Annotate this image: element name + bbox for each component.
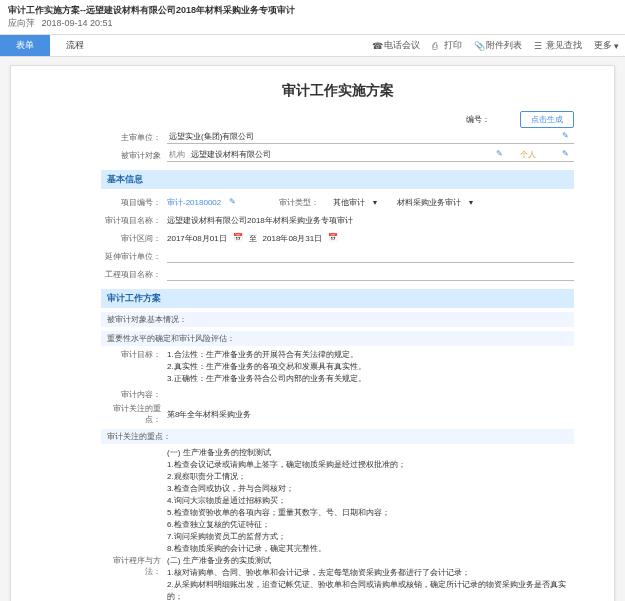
subcat-value: 材料采购业务审计 [397,197,461,208]
edit-icon[interactable]: ✎ [496,149,506,159]
user-name: 应向萍 [8,18,35,28]
neirong-label: 审计内容： [101,389,167,400]
cat-value: 其他审计 [333,197,365,208]
phone-icon: ☎ [372,41,382,51]
tool-opinion[interactable]: ☰意见查找 [528,35,588,56]
mubiao-text: 1.合法性：生产准备业务的开展符合有关法律的规定。 2.真实性：生产准备业务的各… [167,349,574,385]
timestamp: 2018-09-14 20:51 [42,18,113,28]
edit-icon[interactable]: ✎ [562,149,572,159]
doc-heading: 审计工作实施方案--远望建设材料有限公司2018年材料采购业务专项审计 [8,5,295,15]
projname-value: 远望建设材料有限公司2018年材料采购业务专项审计 [167,215,574,226]
tool-print[interactable]: ⎙打印 [426,35,468,56]
yanshen-input[interactable] [167,249,574,263]
zhushen-label: 主审单位： [101,132,167,143]
chevron-down-icon[interactable]: ▾ [469,198,473,207]
method-label: 审计程序与方法： [101,555,167,577]
title-bar: 审计工作实施方案--远望建设材料有限公司2018年材料采购业务专项审计 应向萍 … [0,0,625,35]
tool-attach[interactable]: 📎附件列表 [468,35,528,56]
tab-bar: 表单 流程 ☎电话会议 ⎙打印 📎附件列表 ☰意见查找 更多▾ [0,35,625,57]
method-text: (二) 生产准备业务的实质测试 1.核对请购单、合同、验收单和会计记录，去定每笔… [167,555,574,601]
person-icon[interactable]: 个人 [520,149,536,160]
edit-icon[interactable]: ✎ [562,131,572,141]
edit-icon[interactable]: ✎ [229,197,239,207]
search-icon: ☰ [534,41,544,51]
date-to-label: 至 [249,233,257,244]
mubiao-label: 审计目标： [101,349,167,360]
beishen-label: 被审计对象 [101,150,167,161]
guanzhu-label: 审计关注的重点： [101,403,167,425]
calendar-icon[interactable]: 📅 [328,233,338,243]
tab-form[interactable]: 表单 [0,35,50,56]
sub-basic-situation: 被审计对象基本情况： [101,312,574,327]
sub-focus: 审计关注的重点： [101,429,574,444]
beishen-input[interactable]: 机构 远望建设材料有限公司 ✎ 个人 ✎ [167,148,574,162]
proj-code-link[interactable]: 审计-20180002 [167,197,221,208]
tab-flow[interactable]: 流程 [50,35,100,56]
date-to: 2018年08月31日 [263,233,323,244]
projname-label: 审计项目名称： [101,215,167,226]
section-plan: 审计工作方案 [101,289,574,308]
cat-label: 审计类型： [259,197,325,208]
code-label: 编号： [466,114,490,125]
zhushen-input[interactable]: 远望实业(集团)有限公司 ✎ [167,130,574,144]
page-title: 审计工作实施方案 [101,82,574,100]
projcode-label: 项目编号： [101,197,167,208]
attach-icon: 📎 [474,41,484,51]
gongcheng-input[interactable] [167,267,574,281]
print-icon: ⎙ [432,41,442,51]
chevron-down-icon[interactable]: ▾ [373,198,377,207]
calendar-icon[interactable]: 📅 [233,233,243,243]
gongcheng-label: 工程项目名称： [101,269,167,280]
focus-points: (一) 生产准备业务的控制测试 1.检查会议记录或请购单上签字，确定物质采购是经… [167,447,574,555]
sub-importance: 重要性水平的确定和审计风险评估： [101,331,574,346]
guanzhu-value: 第8年全年材料采购业务 [167,409,574,420]
date-from: 2017年08月01日 [167,233,227,244]
tool-more[interactable]: 更多▾ [588,35,625,56]
section-basic: 基本信息 [101,170,574,189]
range-label: 审计区间： [101,233,167,244]
chevron-down-icon: ▾ [614,41,619,51]
yanshen-label: 延伸审计单位： [101,251,167,262]
document-page: 审计工作实施方案 编号： 点击生成 主审单位： 远望实业(集团)有限公司 ✎ 被… [10,65,615,601]
generate-code-button[interactable]: 点击生成 [520,111,574,128]
tool-call[interactable]: ☎电话会议 [366,35,426,56]
